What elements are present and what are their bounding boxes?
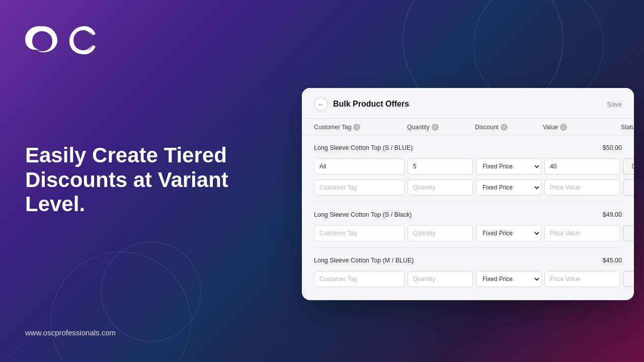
- product-name-3: Long Sleeve Cotton Top (M / BLUE): [314, 257, 414, 264]
- product-name-2: Long Sleeve Cotton Top (S / Black): [314, 211, 412, 218]
- logo: [25, 20, 257, 57]
- card-title: Bulk Product Offers: [333, 100, 409, 109]
- disable-button-1-1[interactable]: Disable: [623, 158, 634, 174]
- product-price-2: $49.00: [603, 211, 622, 218]
- product-2-row-1: Fixed Price Percentage Fixed Amount Add: [302, 223, 634, 244]
- back-button[interactable]: ←: [314, 97, 328, 111]
- discount-select-3-1[interactable]: Fixed Price Percentage Fixed Amount: [476, 271, 541, 287]
- product-row-1: Long Sleeve Cotton Top (S / BLUE) $50.00: [314, 140, 622, 154]
- quantity-info-icon: i: [432, 124, 439, 131]
- tagline: Easily Create Tiered Discounts at Varian…: [25, 143, 257, 216]
- product-1-row-1: Fixed Price Percentage Fixed Amount Disa…: [302, 156, 634, 177]
- customer-tag-input-1-1[interactable]: [314, 158, 405, 174]
- customer-tag-input-3-1[interactable]: [314, 271, 405, 287]
- col-value: Value i: [543, 124, 621, 131]
- save-button[interactable]: Save: [607, 101, 622, 108]
- quantity-input-1-2[interactable]: [408, 179, 473, 196]
- product-name-1: Long Sleeve Cotton Top (S / BLUE): [314, 144, 413, 151]
- product-row-2: Long Sleeve Cotton Top (S / Black) $49.0…: [314, 207, 622, 221]
- product-section-2: Long Sleeve Cotton Top (S / Black) $49.0…: [302, 202, 634, 223]
- quantity-input-2-1[interactable]: [408, 225, 473, 241]
- discount-info-icon: i: [501, 124, 508, 131]
- value-input-3-1[interactable]: [544, 271, 620, 287]
- quantity-input-1-1[interactable]: [408, 158, 473, 174]
- logo-svg: [25, 20, 96, 55]
- value-input-1-2[interactable]: [544, 179, 620, 196]
- value-input-2-1[interactable]: [544, 225, 620, 241]
- discount-select-1-1[interactable]: Fixed Price Percentage Fixed Amount: [476, 158, 541, 174]
- col-discount: Discount i: [475, 124, 543, 131]
- add-button-2-1[interactable]: Add: [623, 225, 634, 241]
- customer-tag-info-icon: i: [353, 124, 360, 131]
- customer-tag-input-1-2[interactable]: [314, 179, 405, 196]
- col-status: Status: [621, 124, 634, 131]
- app-card: ← Bulk Product Offers Save Customer Tag …: [302, 88, 634, 300]
- col-quantity: Quantity i: [407, 124, 475, 131]
- discount-select-2-1[interactable]: Fixed Price Percentage Fixed Amount: [476, 225, 541, 241]
- product-3-row-1: Fixed Price Percentage Fixed Amount Add: [302, 269, 634, 290]
- table-header: Customer Tag i Quantity i Discount i Val…: [302, 119, 634, 135]
- value-input-1-1[interactable]: [544, 158, 620, 174]
- product-section-3: Long Sleeve Cotton Top (M / BLUE) $45.00: [302, 248, 634, 269]
- add-button-1-2[interactable]: Add: [623, 179, 634, 196]
- discount-select-1-2[interactable]: Fixed Price Percentage Fixed Amount: [476, 179, 541, 196]
- header-left: ← Bulk Product Offers: [314, 97, 409, 111]
- card-header: ← Bulk Product Offers Save: [302, 88, 634, 119]
- product-1-row-2: Fixed Price Percentage Fixed Amount Add: [302, 177, 634, 199]
- add-button-3-1[interactable]: Add: [623, 271, 634, 287]
- product-section-1: Long Sleeve Cotton Top (S / BLUE) $50.00: [302, 135, 634, 156]
- left-panel: Easily Create Tiered Discounts at Varian…: [0, 0, 282, 362]
- product-row-3: Long Sleeve Cotton Top (M / BLUE) $45.00: [314, 253, 622, 267]
- value-info-icon: i: [560, 124, 567, 131]
- quantity-input-3-1[interactable]: [408, 271, 473, 287]
- col-customer-tag: Customer Tag i: [314, 124, 407, 131]
- product-price-3: $45.00: [603, 257, 622, 264]
- website-url: www.oscprofessionals.com: [25, 328, 257, 342]
- product-price-1: $50.00: [603, 144, 622, 151]
- customer-tag-input-2-1[interactable]: [314, 225, 405, 241]
